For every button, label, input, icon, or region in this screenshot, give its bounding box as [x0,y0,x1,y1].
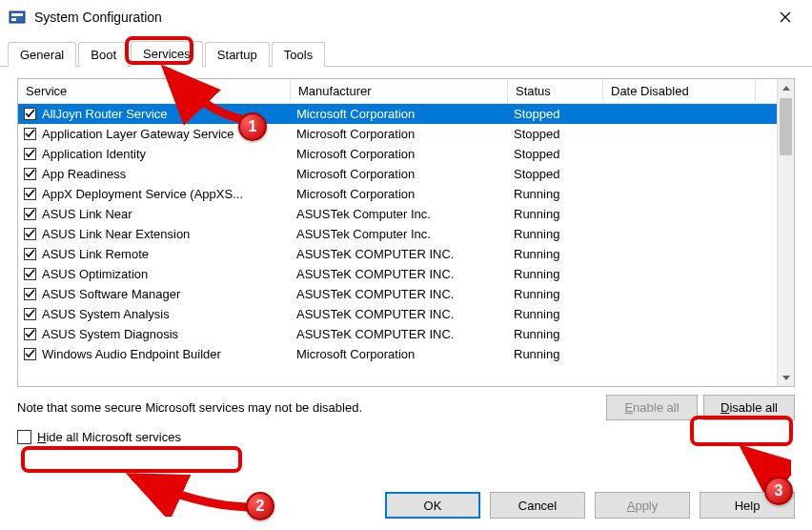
cell-date-disabled [603,234,756,235]
table-row[interactable]: AllJoyn Router ServiceMicrosoft Corporat… [18,104,794,124]
cell-date-disabled [603,133,756,135]
row-checkbox[interactable] [24,348,36,360]
table-row[interactable]: ASUS System DiagnosisASUSTeK COMPUTER IN… [18,324,794,344]
table-row[interactable]: App ReadinessMicrosoft CorporationStoppe… [18,164,794,184]
tab-services[interactable]: Services [131,41,203,67]
app-icon [8,8,27,27]
cell-status: Running [508,306,603,322]
tab-bar: General Boot Services Startup Tools [0,34,812,67]
service-name: ASUS Link Near [42,207,132,221]
row-checkbox[interactable] [24,208,36,220]
scroll-down-button[interactable] [778,369,794,386]
table-body: AllJoyn Router ServiceMicrosoft Corporat… [18,104,794,386]
table-row[interactable]: ASUS System AnalysisASUSTeK COMPUTER INC… [18,304,794,324]
row-checkbox[interactable] [24,188,36,200]
tab-content: Service Manufacturer Status Date Disable… [0,67,812,452]
svg-rect-2 [11,18,16,21]
cell-date-disabled [603,334,756,336]
cell-manufacturer: Microsoft Corporation [291,346,508,362]
cell-status: Running [508,326,603,342]
cell-service: ASUS System Analysis [18,306,291,322]
close-button[interactable] [766,3,804,31]
cell-manufacturer: Microsoft Corporation [291,126,508,142]
svg-rect-0 [10,11,25,23]
enable-all-button[interactable]: Enable all [606,395,698,420]
cell-status: Stopped [508,146,603,162]
row-checkbox[interactable] [24,308,36,320]
table-row[interactable]: ASUS Software ManagerASUSTeK COMPUTER IN… [18,284,794,304]
cell-date-disabled [603,254,756,255]
cell-manufacturer: ASUSTek Computer Inc. [291,226,508,242]
cell-date-disabled [603,274,756,275]
cell-status: Running [508,226,603,242]
cell-status: Running [508,346,603,362]
window-title: System Configuration [34,10,766,25]
service-name: ASUS System Diagnosis [42,327,178,341]
tab-tools[interactable]: Tools [272,42,325,67]
table-header: Service Manufacturer Status Date Disable… [18,79,794,104]
row-checkbox[interactable] [24,288,36,300]
row-checkbox[interactable] [24,268,36,280]
cell-status: Stopped [508,126,603,142]
cell-service: Windows Audio Endpoint Builder [18,346,291,362]
col-status[interactable]: Status [508,80,603,102]
dialog-footer: OK Cancel Apply Help [0,480,812,530]
table-row[interactable]: AppX Deployment Service (AppXS...Microso… [18,184,794,204]
hide-microsoft-checkbox[interactable] [17,430,31,444]
row-checkbox[interactable] [24,108,36,120]
enable-disable-buttons: Enable all Disable all [606,395,795,420]
tab-general[interactable]: General [8,42,76,67]
help-button[interactable]: Help [700,492,795,519]
table-row[interactable]: ASUS Link RemoteASUSTeK COMPUTER INC.Run… [18,244,794,264]
col-date-disabled[interactable]: Date Disabled [603,80,756,102]
row-checkbox[interactable] [24,168,36,180]
cell-date-disabled [603,113,756,115]
tab-startup[interactable]: Startup [205,42,270,67]
table-row[interactable]: Application Layer Gateway ServiceMicroso… [18,124,794,144]
apply-button[interactable]: Apply [595,492,690,519]
cell-manufacturer: Microsoft Corporation [291,146,508,162]
tab-boot[interactable]: Boot [78,42,129,67]
col-service[interactable]: Service [18,80,291,102]
cell-service: Application Layer Gateway Service [18,126,291,142]
table-row[interactable]: Application IdentityMicrosoft Corporatio… [18,144,794,164]
service-name: Application Identity [42,147,146,161]
hide-microsoft-label[interactable]: Hide all Microsoft services [37,430,181,444]
cell-service: ASUS Link Near [18,206,291,222]
cell-manufacturer: ASUSTeK COMPUTER INC. [291,286,508,302]
cell-manufacturer: ASUSTeK COMPUTER INC. [291,306,508,322]
cell-service: ASUS Software Manager [18,286,291,302]
row-checkbox[interactable] [24,328,36,340]
scroll-up-button[interactable] [778,79,794,96]
vertical-scrollbar[interactable] [777,79,794,386]
cell-status: Running [508,186,603,202]
cancel-button[interactable]: Cancel [490,492,585,519]
table-row[interactable]: Windows Audio Endpoint BuilderMicrosoft … [18,344,794,364]
service-name: ASUS Software Manager [42,287,180,301]
table-row[interactable]: ASUS Link Near ExtensionASUSTek Computer… [18,224,794,244]
cell-service: ASUS Link Remote [18,246,291,262]
row-checkbox[interactable] [24,248,36,260]
cell-status: Running [508,246,603,262]
scroll-thumb[interactable] [780,98,792,155]
cell-service: App Readiness [18,166,291,182]
service-name: Windows Audio Endpoint Builder [42,347,221,361]
col-manufacturer[interactable]: Manufacturer [291,80,508,102]
row-checkbox[interactable] [24,128,36,140]
hide-microsoft-row: Hide all Microsoft services [17,430,795,444]
table-row[interactable]: ASUS OptimizationASUSTeK COMPUTER INC.Ru… [18,264,794,284]
cell-date-disabled [603,314,756,316]
cell-date-disabled [603,354,756,356]
disable-all-button[interactable]: Disable all [703,395,795,420]
ok-button[interactable]: OK [385,492,480,519]
service-name: ASUS Link Near Extension [42,227,190,241]
cell-manufacturer: ASUSTek Computer Inc. [291,206,508,222]
table-row[interactable]: ASUS Link NearASUSTek Computer Inc.Runni… [18,204,794,224]
svg-rect-1 [11,13,23,16]
cell-manufacturer: Microsoft Corporation [291,186,508,202]
row-checkbox[interactable] [24,228,36,240]
cell-date-disabled [603,194,756,195]
cell-service: AllJoyn Router Service [18,106,291,122]
row-checkbox[interactable] [24,148,36,160]
cell-manufacturer: ASUSTeK COMPUTER INC. [291,266,508,282]
